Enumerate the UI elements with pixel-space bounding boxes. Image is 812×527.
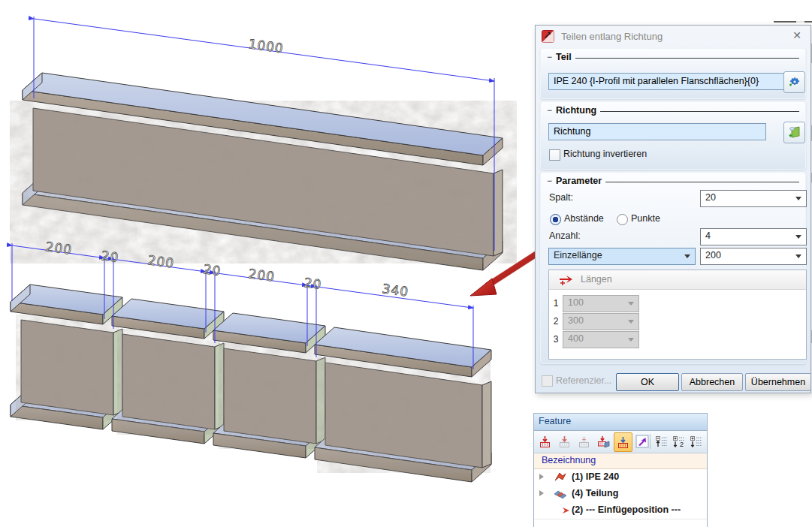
row-number: 1 xyxy=(551,298,561,309)
expand-chevron-icon[interactable] xyxy=(539,490,544,496)
invert-direction-checkbox[interactable] xyxy=(549,149,560,161)
svg-text:200: 200 xyxy=(44,239,73,257)
length-row-combobox: 100 xyxy=(563,295,639,312)
feature-tree-row-einfuegeposition[interactable]: (2) --- Einfügeposition --- xyxy=(534,502,707,519)
feature-active-icon[interactable] xyxy=(614,432,632,452)
cancel-button[interactable]: Abbrechen xyxy=(681,373,743,391)
apply-button[interactable]: Übernehmen xyxy=(745,373,811,391)
chevron-down-icon xyxy=(795,235,801,239)
group-richtung: Richtung Richtung Richtung invertieren xyxy=(540,101,806,170)
beam-segment[interactable] xyxy=(315,327,491,482)
svg-text:340: 340 xyxy=(381,281,409,300)
chevron-down-icon xyxy=(795,254,801,258)
punkte-label: Punkte xyxy=(631,213,660,224)
chevron-down-icon xyxy=(795,197,801,200)
profile-icon xyxy=(554,471,567,484)
dialog-titlebar[interactable]: Teilen entlang Richtung ✕ xyxy=(536,26,810,47)
jump-insert-position-icon[interactable] xyxy=(633,432,651,450)
chevron-down-icon xyxy=(628,338,634,342)
gear-plus-icon xyxy=(787,75,801,89)
background-window-edge-gap xyxy=(796,21,804,23)
toolbar-separator xyxy=(650,434,651,449)
pick-direction-button[interactable] xyxy=(783,122,805,143)
feature-tree-header[interactable]: Bezeichnung xyxy=(534,453,707,469)
length-row-combobox: 400 xyxy=(563,331,639,348)
ok-button[interactable]: OK xyxy=(616,373,679,391)
chevron-down-icon xyxy=(684,254,690,258)
expand-chevron-icon[interactable] xyxy=(539,474,544,480)
group-richtung-label: Richtung xyxy=(556,105,596,116)
feature-copy-icon[interactable] xyxy=(595,432,612,450)
punkte-radio[interactable] xyxy=(617,214,628,225)
insert-feature-icon[interactable] xyxy=(536,432,554,450)
length-row-combobox: 300 xyxy=(563,313,639,330)
beam-segment[interactable] xyxy=(11,285,122,429)
svg-text:20: 20 xyxy=(303,275,322,292)
feature-list-disabled-icon[interactable] xyxy=(575,432,593,450)
row-number: 3 xyxy=(551,334,561,345)
part-field[interactable]: IPE 240 {I-Profil mit parallelen Flansch… xyxy=(548,73,784,90)
close-icon[interactable]: ✕ xyxy=(791,29,803,41)
spalt-combobox[interactable]: 20 xyxy=(700,190,807,207)
feature-tree-row-teilung[interactable]: (4) Teilung xyxy=(534,486,707,503)
split-dialog: Teilen entlang Richtung ✕ Teil IPE 240 {… xyxy=(535,25,811,393)
row-number: 2 xyxy=(551,316,561,327)
move-up-list-icon[interactable] xyxy=(653,432,670,450)
group-parameter-label: Parameter xyxy=(556,176,602,186)
beam-segment[interactable] xyxy=(112,299,224,444)
feature-tree-header-label: Bezeichnung xyxy=(542,455,596,465)
svg-text:200: 200 xyxy=(146,252,175,271)
group-teil-label: Teil xyxy=(556,52,572,62)
division-icon xyxy=(554,487,567,501)
chevron-down-icon xyxy=(628,320,634,324)
move-down-list-icon[interactable] xyxy=(687,432,705,450)
svg-text:20: 20 xyxy=(202,261,222,279)
referenzieren-checkbox xyxy=(542,375,553,387)
abstaende-label: Abstände xyxy=(564,213,604,224)
part-settings-button[interactable] xyxy=(783,71,805,93)
laengen-header-label: Längen xyxy=(581,274,612,285)
feature-panel-titlebar[interactable]: Feature xyxy=(534,414,707,431)
group-parameter: Parameter Spalt: 20 Abstände Punkte Anza… xyxy=(540,172,806,364)
svg-text:2: 2 xyxy=(680,441,684,448)
insert-feature-disabled-icon[interactable] xyxy=(556,432,573,450)
einzellaenge-combobox[interactable]: 200 xyxy=(700,248,807,265)
background-window-edge xyxy=(774,21,812,23)
length-mode-combobox[interactable]: Einzellänge xyxy=(548,248,696,265)
feature-tree-row-ipe240[interactable]: (1) IPE 240 xyxy=(534,469,707,486)
laengen-table-header[interactable]: Längen xyxy=(549,270,806,290)
feature-toolbar: 2 xyxy=(534,431,707,453)
laengen-table: Längen 1 100 2 300 3 400 xyxy=(548,270,807,360)
feature-panel: Feature 2 Bezeichnung xyxy=(533,413,708,527)
referenzieren-label: Referenzier... xyxy=(556,375,611,386)
feature-panel-title: Feature xyxy=(539,416,571,426)
insert-position-arrow-icon xyxy=(557,504,570,517)
chevron-down-icon xyxy=(628,302,634,306)
anzahl-label: Anzahl: xyxy=(549,230,581,241)
invert-direction-label: Richtung invertieren xyxy=(563,149,647,159)
richtung-field[interactable]: Richtung xyxy=(548,123,766,140)
beam-segment[interactable] xyxy=(213,313,325,458)
beam-full[interactable] xyxy=(23,73,503,270)
svg-text:20: 20 xyxy=(100,248,119,265)
abstaende-radio[interactable] xyxy=(550,214,561,225)
anzahl-combobox[interactable]: 4 xyxy=(700,228,807,245)
pick-direction-icon xyxy=(787,125,801,140)
group-teil: Teil IPE 240 {I-Profil mit parallelen Fl… xyxy=(540,48,806,99)
dialog-title: Teilen entlang Richtung xyxy=(561,31,663,42)
dim-total-label: 1000 xyxy=(247,36,285,56)
spalt-label: Spalt: xyxy=(549,192,573,203)
add-length-arrow-icon xyxy=(558,274,575,286)
sort-numbered-list-icon[interactable]: 2 xyxy=(670,432,687,450)
svg-text:200: 200 xyxy=(247,266,276,285)
dialog-app-icon xyxy=(542,30,554,43)
